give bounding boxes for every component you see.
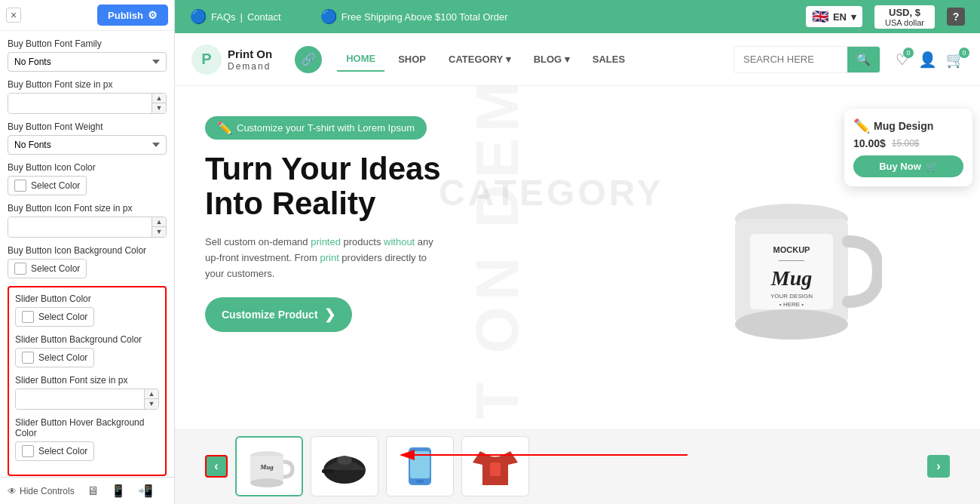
publish-button[interactable]: Publish ⚙ (97, 5, 168, 26)
wishlist-button[interactable]: ♡0 (896, 51, 909, 69)
svg-text:• HERE •: • HERE • (779, 301, 804, 308)
top-bar: 🔵 FAQs | Contact 🔵 Free Shipping Above $… (175, 0, 980, 33)
font-size-group: Buy Button Font size in px ▲ ▼ (8, 79, 167, 114)
icon-color-swatch (14, 180, 26, 192)
panel-content: Buy Button Font Family No Fonts Buy Butt… (0, 31, 174, 477)
icon-font-size-input[interactable] (8, 217, 152, 237)
buy-now-button[interactable]: Buy Now 🛒 (853, 155, 963, 177)
font-family-label: Buy Button Font Family (8, 38, 167, 49)
svg-text:──────: ────── (778, 257, 804, 264)
currency-label: USD, $ (889, 7, 920, 18)
thumbnail-jersey[interactable] (461, 436, 529, 496)
svg-text:MOCKUP: MOCKUP (773, 245, 810, 254)
highlight-1: printed (311, 236, 341, 247)
product-card-prices: 10.00$ 15.00$ (853, 137, 963, 149)
product-card-title: ✏️ Mug Design (853, 118, 963, 134)
nav-bar: P Print On Demand 🔗 HOME SHOP CATEGORY ▾… (175, 33, 980, 86)
font-size-up[interactable]: ▲ (152, 94, 166, 103)
icon-bg-color-button[interactable]: Select Color (8, 259, 87, 278)
nav-active-indicator: 🔗 (295, 46, 322, 73)
desktop-icon[interactable]: 🖥 (87, 484, 99, 498)
cart-badge: 0 (959, 48, 969, 58)
highlight-3: print (320, 252, 338, 263)
nav-sales[interactable]: SALES (583, 48, 634, 71)
icon-font-size-up[interactable]: ▲ (152, 217, 166, 227)
hero-description: Sell custom on-demand printed products w… (205, 235, 446, 281)
svg-point-15 (250, 478, 283, 487)
customize-button[interactable]: Customize Product ❯ (205, 297, 352, 332)
price-current: 10.00$ (853, 137, 886, 149)
svg-rect-21 (410, 451, 430, 478)
nav-category[interactable]: CATEGORY ▾ (439, 48, 520, 71)
slider-btn-bg-color-button[interactable]: Select Color (15, 348, 94, 367)
lang-label: EN (833, 11, 847, 23)
left-panel: × Publish ⚙ Buy Button Font Family No Fo… (0, 0, 175, 504)
nav-blog[interactable]: BLOG ▾ (525, 48, 579, 71)
thumbnail-mug[interactable]: Mug (235, 436, 303, 496)
cart-button[interactable]: 🛒0 (946, 51, 965, 69)
hide-controls-label: Hide Controls (20, 486, 75, 496)
tablet-icon[interactable]: 📱 (111, 484, 126, 498)
thumb-cap-image (318, 444, 371, 489)
hide-controls-button[interactable]: 👁 Hide Controls (8, 486, 75, 496)
price-old: 15.00$ (892, 138, 920, 149)
publish-label: Publish (108, 10, 143, 21)
product-title: Mug Design (874, 120, 933, 132)
account-button[interactable]: 👤 (918, 51, 937, 69)
hero-right: MOCKUP ────── Mug YOUR DESIGN • HERE • ✏… (617, 86, 980, 429)
hero-title: Turn Your Ideas Into Reality (205, 152, 587, 221)
slider-btn-font-size-label: Slider Button Font size in px (15, 375, 159, 386)
gear-icon: ⚙ (148, 9, 158, 21)
font-size-down[interactable]: ▼ (152, 103, 166, 113)
badge-icon: ✏️ (217, 121, 232, 135)
close-icon: × (11, 9, 17, 21)
mug-container: MOCKUP ────── Mug YOUR DESIGN • HERE • (716, 174, 882, 357)
main-content: 🔵 FAQs | Contact 🔵 Free Shipping Above $… (175, 0, 980, 504)
shipping-label: Free Shipping Above $100 Total Order (341, 11, 508, 23)
contact-label[interactable]: Contact (247, 11, 281, 23)
nav-home[interactable]: HOME (337, 47, 384, 72)
font-size-spinners: ▲ ▼ (152, 94, 166, 113)
thumbnail-phone-case[interactable] (386, 436, 454, 496)
slider-btn-font-size-down[interactable]: ▼ (145, 399, 158, 409)
thumb-jersey-image (469, 444, 522, 489)
customize-label: Customize Product (222, 309, 318, 321)
slider-btn-font-size-spinners: ▲ ▼ (144, 389, 158, 409)
icon-bg-color-group: Buy Button Icon Background Color Select … (8, 245, 167, 278)
slider-btn-color-button[interactable]: Select Color (15, 307, 94, 327)
hero-container: CATEGORY PRINT ON DEMAND ✏️ Customize yo… (175, 86, 980, 504)
slider-btn-bg-color-label: Slider Button Background Color (15, 334, 159, 345)
svg-text:Mug: Mug (259, 463, 274, 471)
hero-title-line1: Turn Your Ideas (205, 151, 441, 186)
currency-selector[interactable]: USD, $ USA dollar (874, 5, 935, 29)
font-weight-select[interactable]: No Fonts (8, 135, 167, 155)
slider-next-button[interactable]: › (927, 455, 950, 478)
icon-color-btn-label: Select Color (31, 180, 80, 191)
wishlist-badge: 0 (903, 48, 914, 58)
mobile-icon[interactable]: 📲 (138, 484, 153, 498)
faq-label[interactable]: FAQs (211, 11, 236, 23)
font-size-label: Buy Button Font size in px (8, 79, 167, 90)
search-button[interactable]: 🔍 (847, 47, 880, 72)
slider-btn-font-size-input[interactable] (16, 389, 144, 409)
font-family-select[interactable]: No Fonts (8, 52, 167, 72)
slider-prev-button[interactable]: ‹ (205, 455, 228, 478)
nav-shop[interactable]: SHOP (389, 48, 435, 71)
icon-font-size-input-wrap: ▲ ▼ (8, 217, 167, 238)
search-input[interactable] (734, 48, 847, 70)
icon-font-size-label: Buy Button Icon Font size in px (8, 203, 167, 214)
mug-image: MOCKUP ────── Mug YOUR DESIGN • HERE • (716, 174, 882, 355)
product-card: ✏️ Mug Design 10.00$ 15.00$ Buy Now 🛒 (844, 109, 972, 186)
close-button[interactable]: × (6, 8, 21, 23)
highlight-2: without (384, 236, 415, 247)
slider-btn-font-size-up[interactable]: ▲ (145, 389, 158, 399)
icon-font-size-down[interactable]: ▼ (152, 227, 166, 237)
font-size-input-wrap: ▲ ▼ (8, 93, 167, 114)
icon-bg-color-swatch (14, 263, 26, 275)
help-button[interactable]: ? (947, 8, 965, 26)
icon-color-button[interactable]: Select Color (8, 176, 87, 195)
font-size-input[interactable] (8, 94, 152, 113)
language-selector[interactable]: 🇬🇧 EN ▾ (806, 6, 862, 27)
slider-btn-hover-bg-button[interactable]: Select Color (15, 441, 94, 461)
thumbnail-cap[interactable] (311, 436, 378, 496)
